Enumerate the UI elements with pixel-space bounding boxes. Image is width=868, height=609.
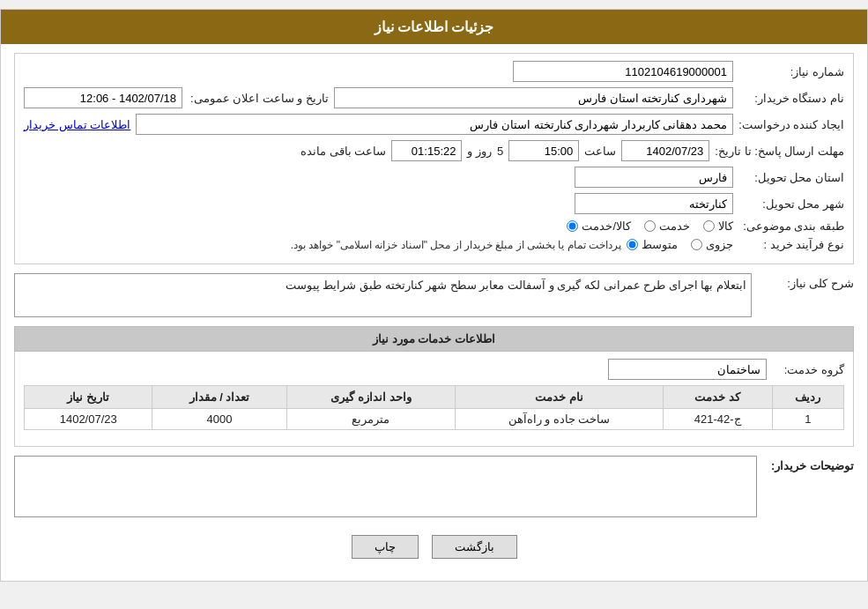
kala-khedmat-radio[interactable] xyxy=(567,220,578,232)
tabaqe-khedmat-item[interactable]: خدمت xyxy=(644,219,690,233)
shomare-niaz-label: شماره نیاز: xyxy=(738,65,844,78)
jozvi-item[interactable]: جزوی xyxy=(691,238,733,251)
saat-baghi-input[interactable] xyxy=(391,140,462,161)
kala-khedmat-label: کالا/خدمت xyxy=(582,219,631,233)
ijad-konande-label: ایجاد کننده درخواست: xyxy=(738,118,844,131)
services-table: ردیف کد خدمت نام خدمت واحد اندازه گیری ت… xyxy=(24,385,844,430)
col-tedad: تعداد / مقدار xyxy=(152,386,286,409)
buyer-notes-textarea[interactable] xyxy=(14,456,757,517)
buttons-row: بازگشت چاپ xyxy=(14,526,854,572)
shomare-niaz-input[interactable] xyxy=(513,61,733,82)
ettelaat-tamas-link[interactable]: اطلاعات تماس خریدار xyxy=(24,118,130,131)
shahr-kolli-value: ابتعلام بها اجرای طرح عمرانی لکه گیری و … xyxy=(14,273,752,317)
saat-baghi-label: ساعت باقی مانده xyxy=(300,145,386,158)
shahr-input[interactable] xyxy=(575,193,733,214)
col-vahed: واحد اندازه گیری xyxy=(286,386,456,409)
ostan-label: استان محل تحویل: xyxy=(738,171,844,184)
tarikh-pasokh-input[interactable] xyxy=(621,140,709,161)
tabaqe-kala-khedmat-item[interactable]: کالا/خدمت xyxy=(567,219,631,233)
rooz-value: 5 xyxy=(497,145,503,158)
back-button[interactable]: بازگشت xyxy=(432,535,517,559)
mottaset-label: متوسط xyxy=(642,238,678,251)
noe-farayand-label: نوع فرآیند خرید : xyxy=(738,238,844,251)
group-khedmat-input[interactable] xyxy=(608,359,767,380)
col-tarikh: تاریخ نیاز xyxy=(25,386,152,409)
mottaset-radio[interactable] xyxy=(627,239,638,250)
tarikh-aelan-label: تاریخ و ساعت اعلان عمومی: xyxy=(188,92,329,105)
tarikh-aelan-input[interactable] xyxy=(24,87,182,108)
purchase-note: پرداخت تمام یا بخشی از مبلغ خریدار از مح… xyxy=(291,239,621,251)
saat-input[interactable] xyxy=(508,140,579,161)
shahr-label: شهر محل تحویل: xyxy=(738,197,844,211)
tabaqe-label: طبقه بندی موضوعی: xyxy=(738,219,844,233)
print-button[interactable]: چاپ xyxy=(352,535,419,559)
col-radif: ردیف xyxy=(772,386,844,409)
mohlat-ersal-label: مهلت ارسال پاسخ: تا تاریخ: xyxy=(715,145,844,158)
jozvi-label: جزوی xyxy=(706,238,733,251)
buyer-notes-label: توضیحات خریدار: xyxy=(766,456,854,472)
page-title: جزئیات اطلاعات نیاز xyxy=(1,10,867,44)
shahr-kolli-label: شرح کلی نیاز: xyxy=(757,273,854,290)
buyer-notes-section: توضیحات خریدار: xyxy=(14,456,854,517)
saat-label: ساعت xyxy=(584,145,616,158)
tabaqe-radio-group: کالا خدمت کالا/خدمت xyxy=(567,219,733,233)
noe-farayand-group: جزوی متوسط xyxy=(627,238,733,251)
rooz-label: روز و xyxy=(467,145,492,158)
mottaset-item[interactable]: متوسط xyxy=(627,238,678,251)
nam-dastgah-input[interactable] xyxy=(334,87,733,108)
col-kod: کد خدمت xyxy=(663,386,772,409)
nam-dastgah-label: نام دستگاه خریدار: xyxy=(738,92,844,105)
khedmat-label: خدمت xyxy=(659,219,690,233)
col-nam: نام خدمت xyxy=(456,386,663,409)
khedmat-radio[interactable] xyxy=(644,220,656,232)
jozvi-radio[interactable] xyxy=(691,239,702,250)
ijad-konande-input[interactable] xyxy=(136,114,733,135)
group-khedmat-label: گروه خدمت: xyxy=(774,363,844,376)
tabaqe-kala-item[interactable]: کالا xyxy=(703,219,733,233)
table-row: 1ج-42-421ساخت جاده و راه‌آهنمترمربع40001… xyxy=(25,409,844,430)
kala-label: کالا xyxy=(718,219,733,233)
services-section-title: اطلاعات خدمات مورد نیاز xyxy=(14,326,854,352)
ostan-input[interactable] xyxy=(575,167,733,188)
kala-radio[interactable] xyxy=(703,220,715,232)
